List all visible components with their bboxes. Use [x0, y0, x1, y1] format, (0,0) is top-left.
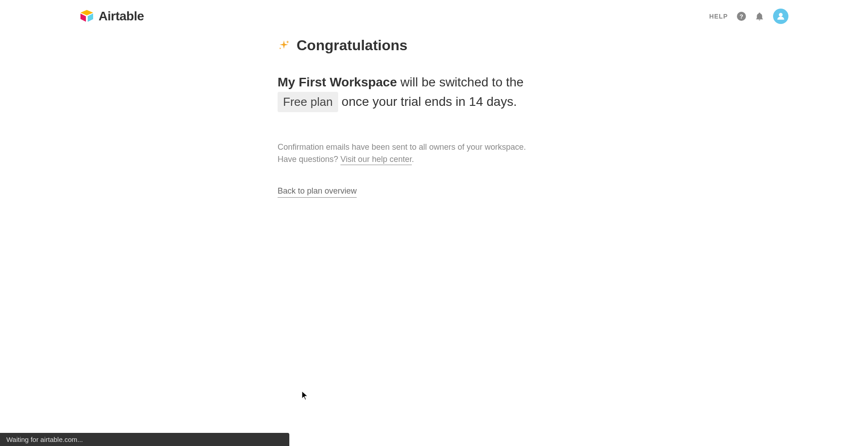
confirmation-line-1: Confirmation emails have been sent to al…	[278, 141, 868, 153]
message-text-1: will be switched to the	[397, 75, 524, 89]
notifications-icon[interactable]	[755, 12, 764, 21]
status-text: Waiting for airtable.com...	[6, 436, 83, 443]
logo-text: Airtable	[99, 9, 144, 24]
sparkle-icon	[278, 39, 290, 52]
svg-marker-3	[88, 14, 93, 22]
workspace-name: My First Workspace	[278, 75, 397, 89]
browser-status-bar: Waiting for airtable.com...	[0, 433, 289, 446]
help-center-link[interactable]: Visit our help center	[340, 155, 412, 165]
svg-point-4	[779, 13, 783, 17]
svg-marker-1	[80, 14, 86, 22]
plan-badge: Free plan	[278, 92, 338, 112]
page-title-row: Congratulations	[278, 37, 868, 54]
user-avatar[interactable]	[773, 9, 788, 24]
page-title: Congratulations	[297, 37, 407, 54]
user-icon	[776, 12, 785, 21]
main-content: Congratulations My First Workspace will …	[0, 33, 868, 196]
logo[interactable]: Airtable	[80, 9, 144, 24]
app-header: Airtable HELP ?	[0, 0, 868, 33]
mouse-cursor	[302, 391, 308, 400]
back-to-plan-link[interactable]: Back to plan overview	[278, 186, 357, 198]
confirmation-text: Confirmation emails have been sent to al…	[278, 141, 868, 166]
help-label[interactable]: HELP	[709, 13, 728, 20]
questions-prefix: Have questions?	[278, 155, 340, 164]
help-icon[interactable]: ?	[737, 12, 746, 21]
confirmation-line-2: Have questions? Visit our help center.	[278, 153, 868, 166]
main-message: My First Workspace will be switched to t…	[278, 73, 549, 112]
airtable-logo-icon	[80, 10, 94, 23]
message-text-2: once your trial ends in 14 days.	[338, 95, 517, 109]
header-actions: HELP ?	[709, 9, 788, 24]
questions-suffix: .	[412, 155, 414, 164]
